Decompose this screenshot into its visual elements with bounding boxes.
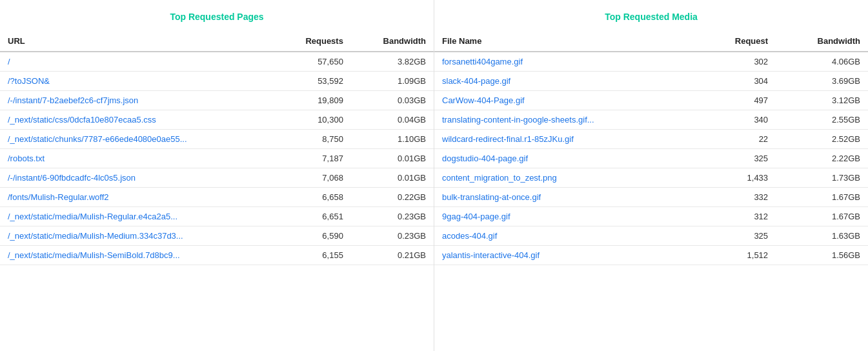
bandwidth-cell: 1.67GB xyxy=(776,188,868,207)
requests-cell: 304 xyxy=(699,72,776,91)
table-row: acodes-404.gif 325 1.63GB xyxy=(434,226,868,246)
filename-cell[interactable]: slack-404-page.gif xyxy=(434,72,699,91)
filename-cell[interactable]: yalantis-interactive-404.gif xyxy=(434,246,699,265)
bandwidth-cell: 0.21GB xyxy=(351,246,434,265)
table-row: /_next/static/media/Mulish-Medium.334c37… xyxy=(0,226,434,246)
left-col-requests: Requests xyxy=(276,31,351,52)
requests-cell: 325 xyxy=(699,226,776,246)
table-row: CarWow-404-Page.gif 497 3.12GB xyxy=(434,91,868,110)
table-row: /_next/static/media/Mulish-Regular.e4ca2… xyxy=(0,207,434,226)
requests-cell: 497 xyxy=(699,91,776,110)
bandwidth-cell: 1.56GB xyxy=(776,246,868,265)
table-row: /robots.txt 7,187 0.01GB xyxy=(0,149,434,168)
url-cell[interactable]: /-/instant/7-b2aebef2c6-cf7jms.json xyxy=(0,91,276,110)
url-cell[interactable]: /-/instant/6-90fbdcadfc-4lc0s5.json xyxy=(0,168,276,188)
table-row: / 57,650 3.82GB xyxy=(0,52,434,72)
requests-cell: 8,750 xyxy=(276,130,351,149)
url-cell[interactable]: /_next/static/media/Mulish-SemiBold.7d8b… xyxy=(0,246,276,265)
url-cell[interactable]: /robots.txt xyxy=(0,149,276,168)
requests-cell: 6,590 xyxy=(276,226,351,246)
bandwidth-cell: 3.69GB xyxy=(776,72,868,91)
left-panel: Top Requested Pages URL Requests Bandwid… xyxy=(0,0,434,351)
table-row: dogstudio-404-page.gif 325 2.22GB xyxy=(434,149,868,168)
bandwidth-cell: 1.09GB xyxy=(351,72,434,91)
requests-cell: 19,809 xyxy=(276,91,351,110)
requests-cell: 53,592 xyxy=(276,72,351,91)
requests-cell: 6,658 xyxy=(276,188,351,207)
filename-cell[interactable]: translating-content-in-google-sheets.gif… xyxy=(434,110,699,130)
bandwidth-cell: 3.12GB xyxy=(776,91,868,110)
filename-cell[interactable]: wildcard-redirect-final.r1-85zJKu.gif xyxy=(434,130,699,149)
table-row: forsanetti404game.gif 302 4.06GB xyxy=(434,52,868,72)
filename-cell[interactable]: CarWow-404-Page.gif xyxy=(434,91,699,110)
table-row: /?toJSON& 53,592 1.09GB xyxy=(0,72,434,91)
right-panel: Top Requested Media File Name Request Ba… xyxy=(434,0,868,351)
requests-cell: 6,651 xyxy=(276,207,351,226)
filename-cell[interactable]: forsanetti404game.gif xyxy=(434,52,699,72)
left-col-bandwidth: Bandwidth xyxy=(351,31,434,52)
bandwidth-cell: 0.01GB xyxy=(351,149,434,168)
bandwidth-cell: 2.52GB xyxy=(776,130,868,149)
filename-cell[interactable]: 9gag-404-page.gif xyxy=(434,207,699,226)
bandwidth-cell: 3.82GB xyxy=(351,52,434,72)
bandwidth-cell: 0.03GB xyxy=(351,91,434,110)
bandwidth-cell: 0.23GB xyxy=(351,226,434,246)
table-row: bulk-translating-at-once.gif 332 1.67GB xyxy=(434,188,868,207)
requests-cell: 340 xyxy=(699,110,776,130)
table-row: /-/instant/7-b2aebef2c6-cf7jms.json 19,8… xyxy=(0,91,434,110)
table-row: /-/instant/6-90fbdcadfc-4lc0s5.json 7,06… xyxy=(0,168,434,188)
table-row: content_migration_to_zest.png 1,433 1.73… xyxy=(434,168,868,188)
url-cell[interactable]: /_next/static/css/0dcfa10e807ecaa5.css xyxy=(0,110,276,130)
requests-cell: 10,300 xyxy=(276,110,351,130)
bandwidth-cell: 2.22GB xyxy=(776,149,868,168)
right-col-filename: File Name xyxy=(434,31,699,52)
table-row: slack-404-page.gif 304 3.69GB xyxy=(434,72,868,91)
table-row: wildcard-redirect-final.r1-85zJKu.gif 22… xyxy=(434,130,868,149)
right-table: File Name Request Bandwidth forsanetti40… xyxy=(434,31,868,265)
bandwidth-cell: 1.10GB xyxy=(351,130,434,149)
left-table: URL Requests Bandwidth / 57,650 3.82GB /… xyxy=(0,31,434,265)
filename-cell[interactable]: content_migration_to_zest.png xyxy=(434,168,699,188)
left-col-url: URL xyxy=(0,31,276,52)
table-row: translating-content-in-google-sheets.gif… xyxy=(434,110,868,130)
bandwidth-cell: 0.23GB xyxy=(351,207,434,226)
table-row: yalantis-interactive-404.gif 1,512 1.56G… xyxy=(434,246,868,265)
bandwidth-cell: 4.06GB xyxy=(776,52,868,72)
filename-cell[interactable]: acodes-404.gif xyxy=(434,226,699,246)
table-row: 9gag-404-page.gif 312 1.67GB xyxy=(434,207,868,226)
requests-cell: 1,433 xyxy=(699,168,776,188)
bandwidth-cell: 1.67GB xyxy=(776,207,868,226)
right-col-bandwidth: Bandwidth xyxy=(776,31,868,52)
requests-cell: 7,068 xyxy=(276,168,351,188)
bandwidth-cell: 0.04GB xyxy=(351,110,434,130)
requests-cell: 6,155 xyxy=(276,246,351,265)
table-row: /_next/static/media/Mulish-SemiBold.7d8b… xyxy=(0,246,434,265)
bandwidth-cell: 1.73GB xyxy=(776,168,868,188)
requests-cell: 312 xyxy=(699,207,776,226)
bandwidth-cell: 2.55GB xyxy=(776,110,868,130)
url-cell[interactable]: /?toJSON& xyxy=(0,72,276,91)
bandwidth-cell: 0.01GB xyxy=(351,168,434,188)
url-cell[interactable]: /_next/static/chunks/7787-e66ede4080e0ae… xyxy=(0,130,276,149)
filename-cell[interactable]: bulk-translating-at-once.gif xyxy=(434,188,699,207)
url-cell[interactable]: /_next/static/media/Mulish-Medium.334c37… xyxy=(0,226,276,246)
bandwidth-cell: 0.22GB xyxy=(351,188,434,207)
requests-cell: 325 xyxy=(699,149,776,168)
requests-cell: 22 xyxy=(699,130,776,149)
right-panel-title: Top Requested Media xyxy=(434,6,868,31)
requests-cell: 1,512 xyxy=(699,246,776,265)
left-panel-title: Top Requested Pages xyxy=(0,6,434,31)
url-cell[interactable]: / xyxy=(0,52,276,72)
url-cell[interactable]: /_next/static/media/Mulish-Regular.e4ca2… xyxy=(0,207,276,226)
table-row: /_next/static/chunks/7787-e66ede4080e0ae… xyxy=(0,130,434,149)
requests-cell: 332 xyxy=(699,188,776,207)
bandwidth-cell: 1.63GB xyxy=(776,226,868,246)
requests-cell: 57,650 xyxy=(276,52,351,72)
requests-cell: 7,187 xyxy=(276,149,351,168)
requests-cell: 302 xyxy=(699,52,776,72)
table-row: /_next/static/css/0dcfa10e807ecaa5.css 1… xyxy=(0,110,434,130)
filename-cell[interactable]: dogstudio-404-page.gif xyxy=(434,149,699,168)
url-cell[interactable]: /fonts/Mulish-Regular.woff2 xyxy=(0,188,276,207)
table-row: /fonts/Mulish-Regular.woff2 6,658 0.22GB xyxy=(0,188,434,207)
right-col-requests: Request xyxy=(699,31,776,52)
